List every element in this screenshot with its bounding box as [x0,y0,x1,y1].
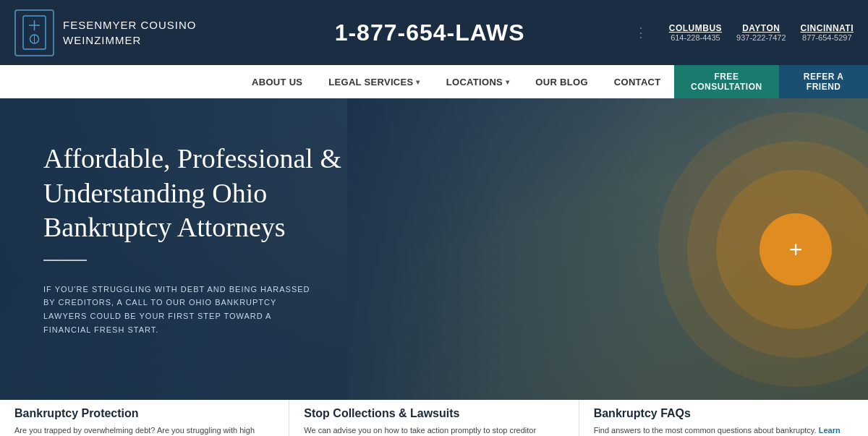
nav-about-us[interactable]: ABOUT US [239,65,315,98]
card-3-title: Bankruptcy FAQs [594,407,854,420]
card-1-text: Are you trapped by overwhelming debt? Ar… [14,424,274,436]
office-dayton[interactable]: DAYTON 937-222-7472 [736,23,786,42]
card-3-text: Find answers to the most common question… [594,424,854,436]
hero-section: Affordable, Professional & Understanding… [0,98,868,400]
plus-icon: + [789,238,803,261]
chevron-down-icon: ▾ [416,78,420,86]
bottom-cards: Bankruptcy Protection Are you trapped by… [0,400,868,436]
hero-subtitle: IF YOU'RE STRUGGLING WITH DEBT AND BEING… [43,283,318,337]
free-consultation-button[interactable]: FREE CONSULTATION [674,65,780,98]
phone-number[interactable]: 1-877-654-LAWS [335,20,525,46]
card-2-text: We can advise you on how to take action … [304,424,563,436]
card-bankruptcy-protection: Bankruptcy Protection Are you trapped by… [0,400,289,436]
nav-our-blog[interactable]: OUR BLOG [522,65,600,98]
nav-legal-services[interactable]: LEGAL SERVICES ▾ [315,65,433,98]
nav-bar: ABOUT US LEGAL SERVICES ▾ LOCATIONS ▾ OU… [0,65,868,98]
top-bar: Fesenmyer Cousino Weinzimmer 1-877-654-L… [0,0,868,65]
office-columbus[interactable]: COLUMBUS 614-228-4435 [669,23,722,42]
nav-links: ABOUT US LEGAL SERVICES ▾ LOCATIONS ▾ OU… [239,65,674,98]
phone-area: 1-877-654-LAWS [197,20,634,46]
dots-separator: ⋮ [634,25,647,40]
refer-friend-button[interactable]: REFER A FRIEND [779,65,868,98]
nav-contact[interactable]: CONTACT [601,65,674,98]
chevron-down-icon: ▾ [506,78,509,86]
logo-icon [14,9,54,56]
hero-title: Affordable, Professional & Understanding… [43,142,354,245]
card-1-title: Bankruptcy Protection [14,407,274,420]
top-offices: ⋮ COLUMBUS 614-228-4435 DAYTON 937-222-7… [634,23,854,42]
nav-buttons: FREE CONSULTATION REFER A FRIEND [674,65,869,98]
office-cincinnati[interactable]: CINCINNATI 877-654-5297 [801,23,854,42]
card-2-title: Stop Collections & Lawsuits [304,407,563,420]
circle-decoration[interactable]: + [760,213,832,286]
hero-content: Affordable, Professional & Understanding… [0,98,398,365]
hero-divider [43,260,87,261]
nav-locations[interactable]: LOCATIONS ▾ [433,65,523,98]
card-stop-collections: Stop Collections & Lawsuits We can advis… [289,400,579,436]
card-bankruptcy-faqs: Bankruptcy FAQs Find answers to the most… [579,400,868,436]
logo-text: Fesenmyer Cousino Weinzimmer [63,17,197,48]
logo-area: Fesenmyer Cousino Weinzimmer [14,9,197,56]
circle-center-button[interactable]: + [760,213,832,286]
